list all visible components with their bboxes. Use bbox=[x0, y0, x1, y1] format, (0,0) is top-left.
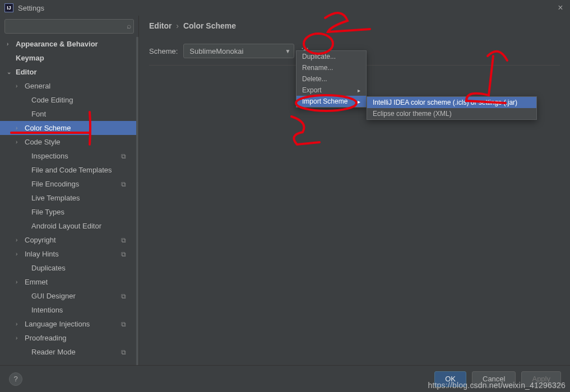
sidebar-item-label: Proofreading bbox=[25, 334, 66, 342]
chevron-right-icon bbox=[16, 139, 24, 145]
app-icon: IJ bbox=[4, 3, 13, 12]
project-scope-icon: ⧉ bbox=[121, 250, 126, 258]
sidebar-item-label: Inlay Hints bbox=[25, 250, 59, 258]
sidebar-item-label: Copyright bbox=[25, 236, 56, 244]
chevron-down-icon: ▼ bbox=[285, 48, 290, 54]
sidebar-item-label: Keymap bbox=[16, 54, 44, 62]
scheme-actions-menu: Duplicate...Rename...Delete...Export▸Imp… bbox=[296, 50, 367, 108]
sidebar-item-proofreading[interactable]: Proofreading bbox=[0, 331, 136, 345]
sidebar-item-label: General bbox=[25, 82, 50, 90]
menu-item-label: Import Scheme bbox=[302, 97, 347, 105]
scheme-value: SublimeMonokai bbox=[189, 47, 243, 55]
breadcrumb-color-scheme: Color Scheme bbox=[183, 21, 236, 30]
sidebar-item-reader-mode[interactable]: Reader Mode⧉ bbox=[0, 345, 136, 359]
help-button[interactable]: ? bbox=[9, 372, 22, 386]
sidebar-item-file-types[interactable]: File Types bbox=[0, 205, 136, 219]
sidebar-item-gui-designer[interactable]: GUI Designer⧉ bbox=[0, 289, 136, 303]
sidebar-item-code-style[interactable]: Code Style bbox=[0, 135, 136, 149]
sidebar-item-keymap[interactable]: Keymap bbox=[0, 51, 136, 65]
sidebar-item-emmet[interactable]: Emmet bbox=[0, 275, 136, 289]
menu-item-label: Duplicate... bbox=[302, 53, 336, 60]
sidebar-item-label: Live Templates bbox=[31, 194, 80, 202]
chevron-right-icon bbox=[16, 321, 24, 327]
sidebar-item-label: File Encodings bbox=[31, 180, 79, 188]
menu-item-duplicate-[interactable]: Duplicate... bbox=[296, 51, 366, 62]
sidebar-item-code-editing[interactable]: Code Editing bbox=[0, 93, 136, 107]
menu-item-label: Rename... bbox=[302, 64, 333, 72]
settings-tree[interactable]: Appearance & BehaviorKeymapEditorGeneral… bbox=[0, 37, 138, 365]
watermark: https://blog.csdn.net/weixin_41296326 bbox=[428, 381, 566, 390]
chevron-right-icon bbox=[16, 83, 24, 89]
menu-item-export[interactable]: Export▸ bbox=[296, 85, 366, 96]
sidebar-item-label: Android Layout Editor bbox=[31, 222, 101, 230]
sidebar-item-label: Font bbox=[31, 110, 46, 118]
project-scope-icon: ⧉ bbox=[121, 292, 126, 300]
sidebar-item-color-scheme[interactable]: Color Scheme bbox=[0, 121, 136, 135]
sidebar-item-copyright[interactable]: Copyright⧉ bbox=[0, 233, 136, 247]
search-input[interactable] bbox=[4, 19, 134, 34]
chevron-right-icon bbox=[16, 279, 24, 285]
sidebar-item-label: Inspections bbox=[31, 152, 68, 160]
sidebar-item-label: Emmet bbox=[25, 278, 48, 286]
chevron-right-icon bbox=[7, 41, 15, 47]
sidebar-item-file-and-code-templates[interactable]: File and Code Templates bbox=[0, 163, 136, 177]
sidebar: ⌕ Appearance & BehaviorKeymapEditorGener… bbox=[0, 16, 139, 365]
chevron-right-icon bbox=[16, 125, 24, 131]
sidebar-item-label: Editor bbox=[16, 68, 37, 76]
submenu-item-eclipse-color-theme-xml-[interactable]: Eclipse color theme (XML) bbox=[367, 108, 536, 119]
sidebar-item-live-templates[interactable]: Live Templates bbox=[0, 191, 136, 205]
sidebar-item-android-layout-editor[interactable]: Android Layout Editor bbox=[0, 219, 136, 233]
project-scope-icon: ⧉ bbox=[121, 348, 126, 356]
sidebar-item-label: GUI Designer bbox=[31, 292, 76, 300]
sidebar-item-general[interactable]: General bbox=[0, 79, 136, 93]
menu-item-import-scheme[interactable]: Import Scheme▸ bbox=[296, 96, 366, 107]
chevron-right-icon bbox=[16, 335, 24, 341]
sidebar-item-appearance-behavior[interactable]: Appearance & Behavior bbox=[0, 37, 136, 51]
sidebar-item-intentions[interactable]: Intentions bbox=[0, 303, 136, 317]
sidebar-item-inlay-hints[interactable]: Inlay Hints⧉ bbox=[0, 247, 136, 261]
breadcrumb: Editor › Color Scheme bbox=[149, 21, 560, 30]
chevron-right-icon bbox=[16, 237, 24, 243]
menu-item-label: Export bbox=[302, 86, 322, 94]
chevron-down-icon bbox=[7, 69, 15, 75]
project-scope-icon: ⧉ bbox=[121, 320, 126, 328]
sidebar-item-label: Language Injections bbox=[25, 320, 90, 328]
sidebar-item-editor[interactable]: Editor bbox=[0, 65, 136, 79]
project-scope-icon: ⧉ bbox=[121, 152, 126, 160]
sidebar-item-language-injections[interactable]: Language Injections⧉ bbox=[0, 317, 136, 331]
menu-item-rename-[interactable]: Rename... bbox=[296, 62, 366, 73]
chevron-right-icon: ▸ bbox=[358, 87, 360, 94]
project-scope-icon: ⧉ bbox=[121, 236, 126, 244]
chevron-right-icon bbox=[16, 251, 24, 257]
sidebar-item-font[interactable]: Font bbox=[0, 107, 136, 121]
breadcrumb-editor[interactable]: Editor bbox=[149, 21, 172, 30]
sidebar-item-inspections[interactable]: Inspections⧉ bbox=[0, 149, 136, 163]
sidebar-item-label: Code Style bbox=[25, 138, 61, 146]
project-scope-icon: ⧉ bbox=[121, 180, 126, 188]
submenu-item-label: Eclipse color theme (XML) bbox=[373, 110, 452, 118]
sidebar-item-label: Appearance & Behavior bbox=[16, 40, 98, 48]
menu-item-delete-[interactable]: Delete... bbox=[296, 73, 366, 85]
sidebar-item-label: File Types bbox=[31, 208, 64, 216]
sidebar-item-label: Code Editing bbox=[31, 96, 73, 104]
sidebar-item-label: Color Scheme bbox=[25, 124, 71, 132]
sidebar-item-duplicates[interactable]: Duplicates bbox=[0, 261, 136, 275]
submenu-item-label: IntelliJ IDEA color scheme (.icls) or se… bbox=[373, 99, 517, 106]
scheme-dropdown[interactable]: SublimeMonokai ▼ bbox=[183, 44, 294, 58]
sidebar-item-label: Intentions bbox=[31, 306, 63, 314]
sidebar-item-label: Reader Mode bbox=[31, 348, 76, 356]
chevron-right-icon: ▸ bbox=[358, 99, 360, 105]
menu-item-label: Delete... bbox=[302, 75, 327, 83]
titlebar: IJ Settings × bbox=[0, 0, 570, 16]
breadcrumb-sep: › bbox=[176, 21, 179, 30]
scheme-label: Scheme: bbox=[149, 47, 178, 55]
sidebar-item-file-encodings[interactable]: File Encodings⧉ bbox=[0, 177, 136, 191]
close-icon[interactable]: × bbox=[555, 3, 566, 13]
import-scheme-submenu: IntelliJ IDEA color scheme (.icls) or se… bbox=[367, 96, 537, 120]
sidebar-item-label: Duplicates bbox=[31, 264, 66, 272]
window-title: Settings bbox=[18, 4, 44, 12]
sidebar-item-label: File and Code Templates bbox=[31, 166, 112, 174]
submenu-item-intellij-idea-color-scheme-icl[interactable]: IntelliJ IDEA color scheme (.icls) or se… bbox=[367, 97, 536, 108]
